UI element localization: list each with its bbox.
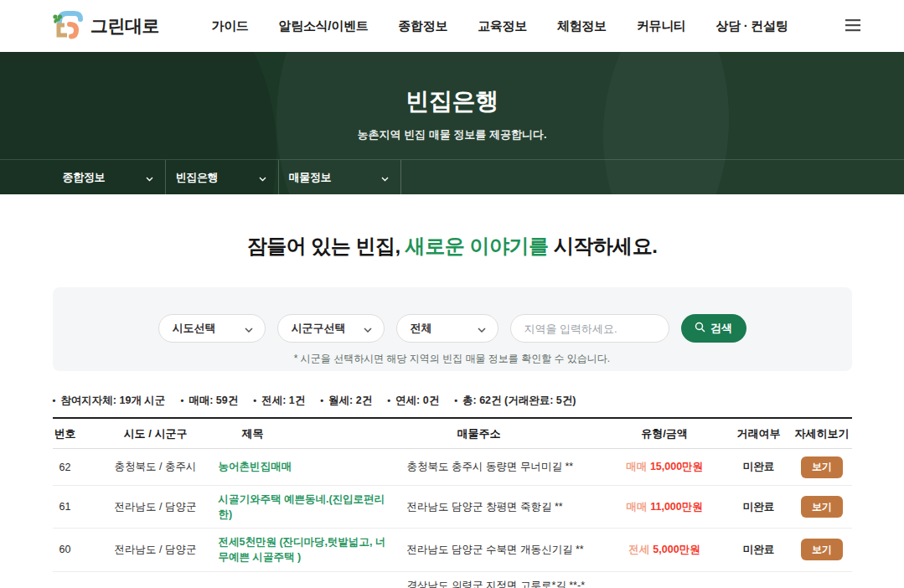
status-badge: 미완료 xyxy=(726,537,793,563)
subnav-dropdown-empty-house-bank[interactable]: 빈집은행 xyxy=(166,160,279,194)
nav-item-experience-info[interactable]: 체험정보 xyxy=(557,18,607,34)
page-title: 빈집은행 xyxy=(0,85,904,117)
stats-bar: 참여지자체: 19개 시군 매매: 59건 전세: 1건 월세: 2건 연세: … xyxy=(53,394,852,408)
listing-address: 전라남도 담양군 창평면 죽항길 ** xyxy=(395,493,604,521)
table-row: 62 충청북도 / 충주시 농어촌빈집매매 충청북도 충주시 동량면 무너미길 … xyxy=(53,449,852,486)
nav-item-news-events[interactable]: 알림소식/이벤트 xyxy=(279,18,369,34)
nav-item-guide[interactable]: 가이드 xyxy=(211,18,248,34)
hamburger-menu-button[interactable] xyxy=(840,15,865,38)
hero-banner: 빈집은행 농촌지역 빈집 매물 정보를 제공합니다. 종합정보 빈집은행 매물정… xyxy=(0,52,904,194)
stat-total: 총: 62건 (거래완료: 5건) xyxy=(454,394,576,408)
search-panel: 시도선택 시군구선택 전체 xyxy=(53,287,852,371)
chevron-down-icon xyxy=(364,322,372,335)
deal-type-select[interactable]: 전체 xyxy=(396,314,498,343)
breadcrumb-subnav: 종합정보 빈집은행 매물정보 xyxy=(0,159,904,194)
status-badge: 미완료 xyxy=(726,494,793,520)
main-nav: 가이드 알림소식/이벤트 종합정보 교육정보 체험정보 커뮤니티 상담 · 컨설… xyxy=(211,18,788,34)
view-button[interactable]: 보기 xyxy=(801,456,843,478)
logo-icon xyxy=(50,8,84,44)
listing-title-link[interactable]: 전세5천만원 (잔디마당,텃밭넓고, 너무예쁜 시골주택 ) xyxy=(219,536,386,563)
hamburger-icon xyxy=(844,22,862,34)
listing-title-link[interactable]: 시골기와주택 예쁜동네.(진입로편리한) xyxy=(219,493,385,520)
listing-price: 전세5,000만원 xyxy=(604,537,726,563)
stat-sale: 매매: 59건 xyxy=(180,394,238,408)
search-button[interactable]: 검색 xyxy=(681,314,746,343)
table-header-row: 번호 시도 / 시군구 제목 매물주소 유형/금액 거래여부 자세히보기 xyxy=(53,419,852,449)
top-header: 그린대로 가이드 알림소식/이벤트 종합정보 교육정보 체험정보 커뮤니티 상담… xyxy=(0,0,904,52)
listing-address: 전라남도 담양군 수북면 개동신기길 ** xyxy=(395,536,604,564)
listing-no: 61 xyxy=(53,495,110,518)
headline-accent: 새로운 이야기를 xyxy=(406,235,549,257)
view-button[interactable]: 보기 xyxy=(801,496,843,518)
listing-address: 경상남도 의령군 지정면 고루로*길 **-* (지번) 지정면 유곡리 *** xyxy=(395,572,604,588)
listing-region: 충청북도 / 충주시 xyxy=(110,454,202,480)
table-row: 59 경상남도 / 의령군 의령군 지정면 농가주택 경상남도 의령군 지정면 … xyxy=(53,572,852,588)
chevron-down-icon xyxy=(146,170,153,185)
page-subtitle: 농촌지역 빈집 매물 정보를 제공합니다. xyxy=(0,127,904,142)
stat-yearly: 연세: 0건 xyxy=(387,394,439,408)
listing-address: 충청북도 충주시 동량면 무너미길 ** xyxy=(395,453,604,481)
chevron-down-icon xyxy=(245,322,253,335)
listing-region: 전라남도 / 담양군 xyxy=(110,494,202,520)
status-badge: 미완료 xyxy=(726,454,793,480)
search-icon xyxy=(695,322,705,335)
nav-item-education-info[interactable]: 교육정보 xyxy=(478,18,527,34)
table-row: 60 전라남도 / 담양군 전세5천만원 (잔디마당,텃밭넓고, 너무예쁜 시골… xyxy=(53,529,852,571)
listing-no: 60 xyxy=(53,538,110,561)
chevron-down-icon xyxy=(478,322,486,335)
stat-monthly: 월세: 2건 xyxy=(320,394,372,408)
listing-region: 전라남도 / 담양군 xyxy=(110,537,202,563)
section-headline: 잠들어 있는 빈집, 새로운 이야기를 시작하세요. xyxy=(53,233,852,260)
nav-item-general-info[interactable]: 종합정보 xyxy=(398,18,447,34)
subnav-dropdown-listing-info[interactable]: 매물정보 xyxy=(279,160,401,194)
nav-item-community[interactable]: 커뮤니티 xyxy=(637,18,686,34)
district-select[interactable]: 시군구선택 xyxy=(277,314,385,343)
chevron-down-icon xyxy=(259,170,266,185)
province-select[interactable]: 시도선택 xyxy=(158,314,266,343)
view-button[interactable]: 보기 xyxy=(801,539,843,560)
region-search-input[interactable] xyxy=(510,314,669,343)
logo[interactable]: 그린대로 xyxy=(50,8,159,44)
listing-price: 매매11,000만원 xyxy=(604,494,726,520)
search-help-note: * 시군을 선택하시면 해당 지역의 빈집 매물 정보를 확인할 수 있습니다. xyxy=(53,352,852,366)
subnav-dropdown-general-info[interactable]: 종합정보 xyxy=(53,160,166,194)
stat-jeonse: 전세: 1건 xyxy=(253,394,305,408)
logo-text: 그린대로 xyxy=(90,14,159,38)
listing-no: 62 xyxy=(53,456,110,479)
listing-table: 번호 시도 / 시군구 제목 매물주소 유형/금액 거래여부 자세히보기 62 … xyxy=(53,417,852,588)
listing-title-link[interactable]: 농어촌빈집매매 xyxy=(219,461,292,472)
stat-participating: 참여지자체: 19개 시군 xyxy=(53,394,166,408)
chevron-down-icon xyxy=(381,170,389,185)
listing-price: 매매15,000만원 xyxy=(604,454,726,480)
nav-item-consulting[interactable]: 상담 · 컨설팅 xyxy=(716,18,788,34)
table-row: 61 전라남도 / 담양군 시골기와주택 예쁜동네.(진입로편리한) 전라남도 … xyxy=(53,486,852,529)
